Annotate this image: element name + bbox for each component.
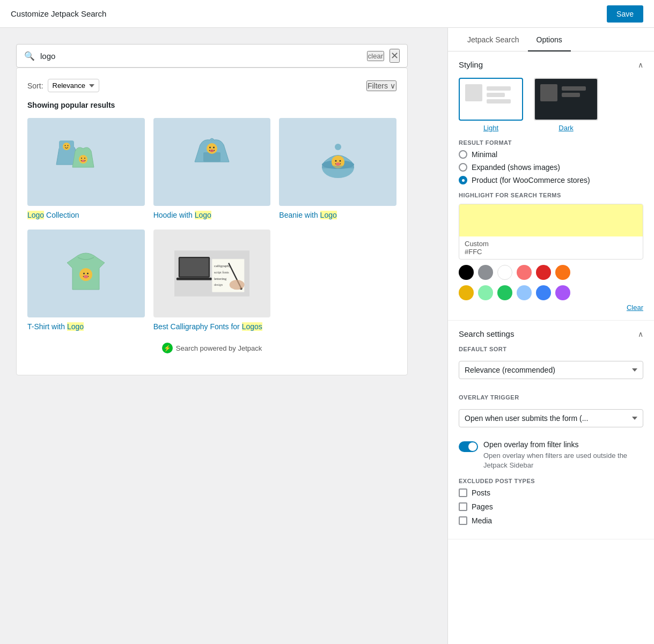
save-button[interactable]: Save	[607, 5, 643, 23]
checkbox-pages-label: Pages	[472, 502, 493, 511]
color-preview-box: Custom #FFC	[459, 204, 643, 260]
result-format-product[interactable]: Product (for WooCommerce stores)	[459, 176, 643, 184]
theme-light-line-3	[487, 99, 511, 103]
page-title: Customize Jetpack Search	[11, 9, 106, 18]
search-input[interactable]: logo	[40, 51, 367, 61]
product-title-4: T-Shirt with Logo	[27, 322, 145, 332]
checkbox-posts-label: Posts	[472, 488, 490, 497]
checkbox-pages-box[interactable]	[459, 502, 467, 511]
powered-by-label: Search powered by Jetpack	[176, 344, 262, 352]
search-box-container: 🔍 logo clear ✕	[16, 44, 408, 68]
custom-color-label: Custom	[465, 240, 637, 248]
svg-point-2	[84, 158, 85, 159]
tab-jetpack-search[interactable]: Jetpack Search	[459, 28, 528, 51]
radio-product[interactable]	[459, 176, 467, 184]
highlight-label: HIGHLIGHT FOR SEARCH TERMS	[459, 192, 643, 198]
checkbox-posts-box[interactable]	[459, 488, 467, 497]
result-format-expanded[interactable]: Expanded (shows images)	[459, 163, 643, 172]
result-format-minimal[interactable]: Minimal	[459, 150, 643, 159]
theme-light-option[interactable]: Light	[459, 78, 523, 132]
filters-button[interactable]: Filters ∨	[366, 80, 396, 91]
color-dot-red[interactable]	[536, 265, 551, 280]
color-dot-blue[interactable]	[536, 285, 551, 300]
color-dot-orange[interactable]	[555, 265, 570, 280]
styling-section-header[interactable]: Styling ∧	[459, 60, 643, 69]
color-dot-black[interactable]	[459, 265, 474, 280]
product-card-4[interactable]: T-Shirt with Logo	[27, 230, 145, 332]
svg-point-5	[63, 143, 70, 150]
product-image-beanie	[279, 118, 396, 206]
color-dot-light-blue[interactable]	[517, 285, 532, 300]
checkbox-posts[interactable]: Posts	[459, 488, 643, 497]
product-title-1: Logo Collection	[27, 210, 145, 221]
right-panel: Jetpack Search Options Styling ∧	[447, 28, 654, 644]
excluded-post-types-label: Excluded post types	[459, 478, 643, 484]
theme-light-box	[465, 84, 482, 101]
svg-point-18	[335, 160, 336, 162]
search-settings-header[interactable]: Search settings ∧	[459, 329, 643, 338]
svg-point-23	[83, 272, 85, 274]
color-palette-row-2	[459, 285, 643, 300]
panel-tabs: Jetpack Search Options	[448, 28, 654, 51]
radio-product-label: Product (for WooCommerce stores)	[472, 176, 590, 184]
product-grid: Logo Collection	[27, 118, 396, 332]
clear-color-link[interactable]: Clear	[459, 304, 643, 312]
product-highlight-2: Logo	[195, 211, 211, 219]
color-dot-pink[interactable]	[517, 265, 532, 280]
radio-expanded-label: Expanded (shows images)	[472, 163, 560, 172]
theme-dark-lines	[562, 84, 592, 97]
svg-rect-21	[322, 166, 354, 168]
checkbox-media-box[interactable]	[459, 516, 467, 525]
tab-options[interactable]: Options	[528, 28, 571, 51]
filter-toggle-description: Open overlay when filters are used outsi…	[483, 451, 643, 470]
search-settings-chevron-icon: ∧	[638, 330, 643, 338]
product-card-3[interactable]: Beanie with Logo	[279, 118, 396, 221]
filter-toggle-row: Open overlay from filter links Open over…	[459, 440, 643, 470]
theme-light-lines	[487, 84, 517, 103]
product-card-1[interactable]: Logo Collection	[27, 118, 145, 221]
product-image-5: calligraphy script fonts lettering desig…	[153, 230, 271, 317]
color-dot-purple[interactable]	[555, 285, 570, 300]
overlay-trigger-select[interactable]: Open when user submits the form (... Ope…	[459, 409, 643, 427]
theme-light-preview[interactable]	[459, 78, 523, 121]
svg-point-24	[87, 272, 89, 274]
color-dot-white[interactable]	[497, 265, 512, 280]
svg-point-19	[339, 160, 341, 162]
radio-expanded[interactable]	[459, 163, 467, 172]
custom-color-hex: #FFC	[465, 248, 637, 256]
sort-select[interactable]: Relevance Date Price	[48, 79, 99, 92]
sort-controls: Sort: Relevance Date Price	[27, 79, 99, 92]
theme-dark-preview[interactable]	[534, 78, 598, 121]
product-card-5[interactable]: calligraphy script fonts lettering desig…	[153, 230, 271, 332]
color-dot-green[interactable]	[497, 285, 512, 300]
product-card-2[interactable]: Hoodie with Logo	[153, 118, 271, 221]
toggle-knob	[468, 442, 477, 451]
product-title-5: Best Calligraphy Fonts for Logos	[153, 322, 271, 332]
default-sort-select[interactable]: Relevance (recommended) Date Price: Low …	[459, 361, 643, 379]
product-image-hoodie-set	[27, 118, 145, 206]
svg-point-11	[213, 147, 215, 149]
checkbox-media[interactable]: Media	[459, 516, 643, 525]
theme-light-line-2	[487, 93, 505, 97]
color-dot-gray[interactable]	[478, 265, 493, 280]
search-clear-button[interactable]: clear	[367, 51, 384, 61]
search-settings-section: Search settings ∧ DEFAULT SORT Relevance…	[448, 321, 654, 539]
radio-minimal-label: Minimal	[472, 150, 497, 159]
color-dot-yellow[interactable]	[459, 285, 474, 300]
search-close-button[interactable]: ✕	[390, 49, 400, 63]
theme-light-label[interactable]: Light	[483, 124, 498, 132]
theme-dark-option[interactable]: Dark	[534, 78, 598, 132]
theme-dark-line-2	[562, 93, 580, 97]
filter-toggle-text-block: Open overlay from filter links Open over…	[483, 440, 643, 470]
color-dot-light-green[interactable]	[478, 285, 493, 300]
theme-dark-label[interactable]: Dark	[559, 124, 573, 132]
filter-toggle-switch[interactable]	[459, 441, 478, 452]
product-image-calligraphy: calligraphy script fonts lettering desig…	[153, 230, 271, 317]
overlay-trigger-label: OVERLAY TRIGGER	[459, 394, 643, 401]
product-image-4	[27, 230, 145, 317]
svg-point-25	[84, 275, 88, 278]
theme-options: Light Dark	[459, 78, 643, 132]
radio-minimal[interactable]	[459, 150, 467, 159]
checkbox-pages[interactable]: Pages	[459, 502, 643, 511]
checkbox-media-label: Media	[472, 516, 492, 525]
